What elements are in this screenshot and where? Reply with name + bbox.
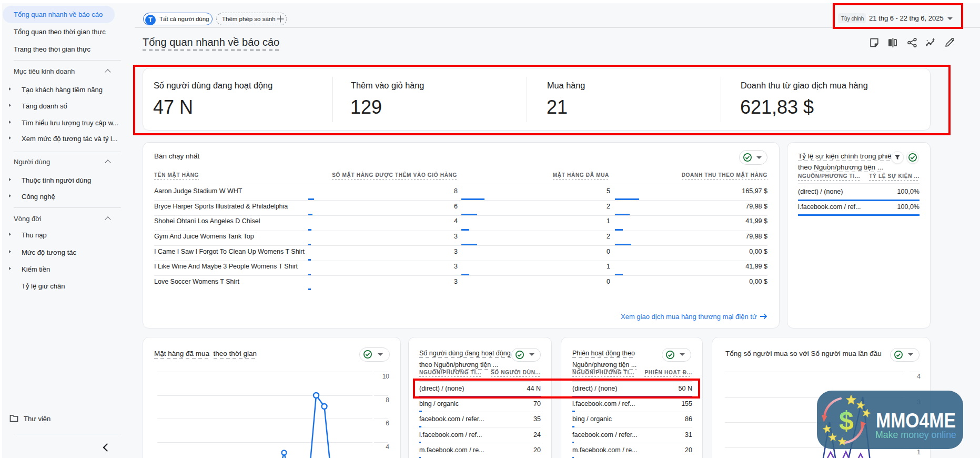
svg-text:$: $ — [839, 406, 854, 435]
svg-text:MMO4ME: MMO4ME — [876, 410, 956, 432]
svg-text:Make money online: Make money online — [875, 429, 956, 440]
